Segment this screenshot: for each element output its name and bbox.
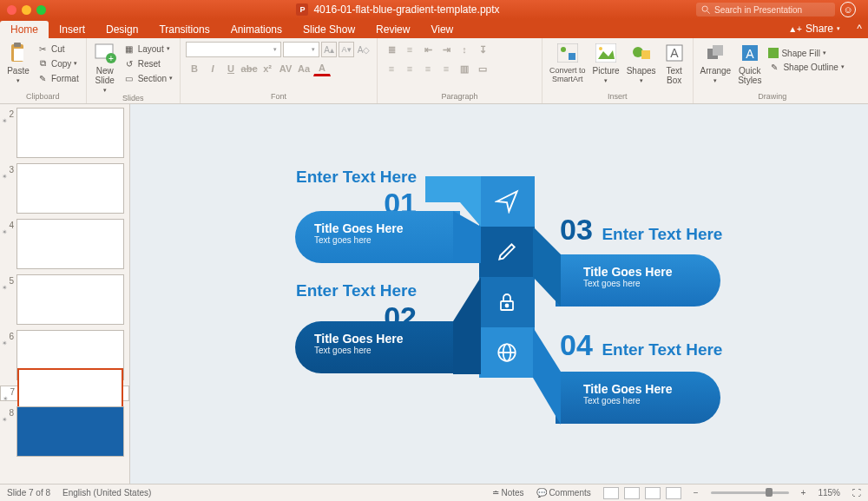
svg-line-1 — [707, 10, 710, 13]
zoom-level[interactable]: 115% — [818, 488, 840, 498]
section-button[interactable]: ▭Section▾ — [122, 71, 174, 85]
thumbnail-3[interactable]: 3✴ — [0, 163, 129, 214]
char-spacing-button[interactable]: AV — [277, 61, 294, 76]
bold-button[interactable]: B — [186, 61, 203, 76]
search-placeholder: Search in Presentation — [714, 5, 802, 15]
change-case-button[interactable]: Aa — [295, 61, 312, 76]
font-size-select[interactable]: ▾ — [283, 42, 319, 57]
font-color-button[interactable]: A — [313, 61, 331, 76]
increase-font-button[interactable]: A▴ — [321, 42, 337, 57]
caption-03[interactable]: 03 Enter Text Here — [560, 213, 722, 247]
decrease-font-button[interactable]: A▾ — [339, 42, 354, 57]
columns-button[interactable]: ▥ — [456, 61, 473, 76]
document-title: P 4016-01-flat-blue-gradient-template.pp… — [105, 3, 691, 16]
reset-button[interactable]: ↺Reset — [122, 56, 174, 70]
thumbnail-4[interactable]: 4✴ — [0, 219, 129, 269]
slide-canvas[interactable]: Enter Text Here 01 Title Goes HereText g… — [174, 120, 825, 467]
tab-home[interactable]: Home — [0, 21, 49, 38]
svg-marker-31 — [533, 327, 561, 425]
thumbnail-5[interactable]: 5✴ — [0, 274, 129, 325]
zoom-out-button[interactable]: − — [694, 488, 699, 498]
strike-button[interactable]: abc — [240, 61, 258, 76]
group-insert: Convert to SmartArt Picture▾ Shapes▾ ATe… — [542, 38, 694, 103]
zoom-in-button[interactable]: + — [801, 488, 806, 498]
tab-view[interactable]: View — [420, 21, 464, 38]
new-slide-button[interactable]: + New Slide▾ — [92, 42, 118, 94]
tab-animations[interactable]: Animations — [220, 21, 293, 38]
group-label: Clipboard — [0, 92, 86, 103]
bullets-button[interactable]: ≣ — [383, 42, 400, 57]
align-right-button[interactable]: ≡ — [419, 61, 437, 76]
fit-button[interactable]: ⛶ — [852, 488, 861, 498]
italic-button[interactable]: I — [204, 61, 221, 76]
view-buttons[interactable] — [603, 487, 681, 499]
underline-button[interactable]: U — [222, 61, 240, 76]
align-text-button[interactable]: ▭ — [474, 61, 491, 76]
pill-03[interactable]: Title Goes HereText goes here — [556, 254, 720, 307]
indent-button[interactable]: ⇥ — [437, 42, 455, 57]
outdent-button[interactable]: ⇤ — [419, 42, 437, 57]
arrange-button[interactable]: Arrange▾ — [699, 42, 733, 84]
ribbon-tabs: Home Insert Design Transitions Animation… — [0, 19, 868, 38]
feedback-icon[interactable]: ☺ — [840, 2, 856, 17]
numbering-button[interactable]: ≡ — [401, 42, 418, 57]
slide-counter: Slide 7 of 8 — [7, 488, 50, 498]
cut-button[interactable]: ✂Cut — [35, 42, 81, 56]
workspace: 2✴ 3✴ 4✴ 5✴ 6✴ 7✴ 8✴ Enter Text Here 01 … — [0, 104, 868, 484]
tab-insert[interactable]: Insert — [49, 21, 95, 38]
thumbnail-7[interactable]: 7✴ — [0, 386, 129, 401]
window-controls[interactable] — [0, 5, 53, 15]
shapes-button[interactable]: Shapes▾ — [625, 42, 658, 84]
pill-02[interactable]: Title Goes HereText goes here — [295, 321, 460, 373]
picture-button[interactable]: Picture▾ — [591, 42, 621, 84]
powerpoint-icon: P — [296, 3, 308, 16]
svg-text:A: A — [746, 47, 754, 61]
svg-text:A: A — [670, 46, 679, 60]
justify-button[interactable]: ≡ — [437, 61, 455, 76]
thumbnail-2[interactable]: 2✴ — [0, 108, 129, 158]
quick-styles-button[interactable]: AQuick Styles — [736, 42, 763, 85]
zoom-button[interactable] — [36, 5, 46, 15]
search-input[interactable]: Search in Presentation — [696, 3, 835, 16]
share-button[interactable]: ▲+Share▾ — [778, 23, 851, 38]
thumbnail-8[interactable]: 8✴ — [0, 406, 129, 457]
caption-04[interactable]: 04 Enter Text Here — [560, 328, 722, 362]
thumbnail-panel[interactable]: 2✴ 3✴ 4✴ 5✴ 6✴ 7✴ 8✴ — [0, 104, 130, 484]
language-label[interactable]: English (United States) — [62, 488, 151, 498]
format-painter-button[interactable]: ✎Format — [35, 71, 81, 85]
search-icon — [701, 5, 711, 15]
line-spacing-button[interactable]: ↕ — [456, 42, 473, 57]
tab-review[interactable]: Review — [365, 21, 420, 38]
zoom-slider[interactable] — [711, 491, 789, 494]
svg-rect-3 — [14, 43, 21, 47]
font-family-select[interactable]: ▾ — [186, 42, 281, 57]
notes-button[interactable]: ≐ Notes — [492, 488, 524, 498]
textbox-button[interactable]: AText Box — [661, 42, 687, 85]
ribbon-collapse-button[interactable]: ^ — [851, 23, 868, 38]
tab-transitions[interactable]: Transitions — [148, 21, 220, 38]
text-direction-button[interactable]: ↧ — [474, 42, 491, 57]
pill-04[interactable]: Title Goes HereText goes here — [556, 372, 720, 424]
svg-rect-15 — [641, 50, 650, 59]
tab-design[interactable]: Design — [95, 21, 148, 38]
align-center-button[interactable]: ≡ — [401, 61, 418, 76]
slide-editor[interactable]: Enter Text Here 01 Title Goes HereText g… — [130, 104, 868, 484]
paste-button[interactable]: Paste▾ — [5, 42, 31, 84]
smartart-button[interactable]: Convert to SmartArt — [548, 42, 588, 83]
superscript-button[interactable]: x² — [259, 61, 276, 76]
shape-outline-button[interactable]: ✎Shape Outline▾ — [766, 60, 845, 74]
comments-button[interactable]: 💬 Comments — [536, 488, 591, 498]
align-left-button[interactable]: ≡ — [383, 61, 400, 76]
close-button[interactable] — [7, 5, 16, 15]
svg-rect-19 — [713, 45, 723, 56]
clear-formatting-button[interactable]: A◇ — [356, 42, 372, 57]
minimize-button[interactable] — [22, 5, 31, 15]
svg-rect-4 — [14, 49, 23, 61]
svg-point-0 — [702, 6, 707, 11]
status-bar: Slide 7 of 8 English (United States) ≐ N… — [0, 484, 868, 501]
pill-01[interactable]: Title Goes HereText goes here — [295, 211, 460, 263]
shape-fill-button[interactable]: Shape Fill▾ — [766, 47, 845, 59]
tab-slideshow[interactable]: Slide Show — [293, 21, 365, 38]
copy-button[interactable]: ⧉Copy▾ — [35, 56, 81, 70]
layout-button[interactable]: ▦Layout▾ — [122, 42, 174, 56]
